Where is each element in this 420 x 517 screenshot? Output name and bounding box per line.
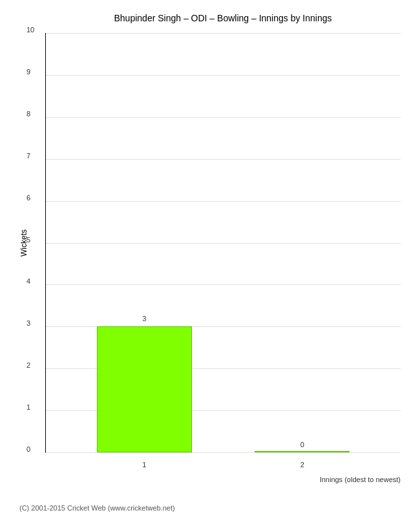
bar-group-1: 3 1 [65, 33, 224, 452]
y-tick-8: 8 [26, 110, 30, 118]
bar-value-label-1: 3 [142, 315, 146, 322]
y-tick-5: 5 [26, 236, 30, 244]
bar-group-2: 0 2 [224, 33, 382, 452]
bar-2 [255, 451, 350, 452]
y-tick-10: 10 [26, 26, 34, 34]
bars-area: 3 1 0 2 [46, 33, 401, 452]
bar-x-label-1: 1 [142, 461, 146, 469]
y-tick-2: 2 [26, 361, 30, 369]
footer-text: (C) 2001-2015 Cricket Web (www.cricketwe… [19, 504, 175, 512]
y-tick-3: 3 [26, 319, 30, 327]
y-tick-1: 1 [26, 403, 30, 411]
grid-line-0: 0 [46, 452, 401, 453]
y-tick-4: 4 [26, 277, 30, 285]
x-axis-title: Innings (oldest to newest) [45, 476, 401, 483]
y-tick-9: 9 [26, 68, 30, 76]
bar-x-label-2: 2 [300, 461, 304, 469]
bar-1 [97, 326, 192, 452]
y-tick-6: 6 [26, 194, 30, 202]
bar-value-label-2: 0 [300, 441, 304, 448]
y-tick-7: 7 [26, 152, 30, 160]
y-tick-0: 0 [26, 445, 30, 453]
chart-container: Bhupinder Singh – ODI – Bowling – Inning… [0, 0, 420, 517]
chart-title: Bhupinder Singh – ODI – Bowling – Inning… [45, 13, 401, 23]
chart-area: Wickets 10 9 8 7 6 5 [45, 33, 401, 453]
